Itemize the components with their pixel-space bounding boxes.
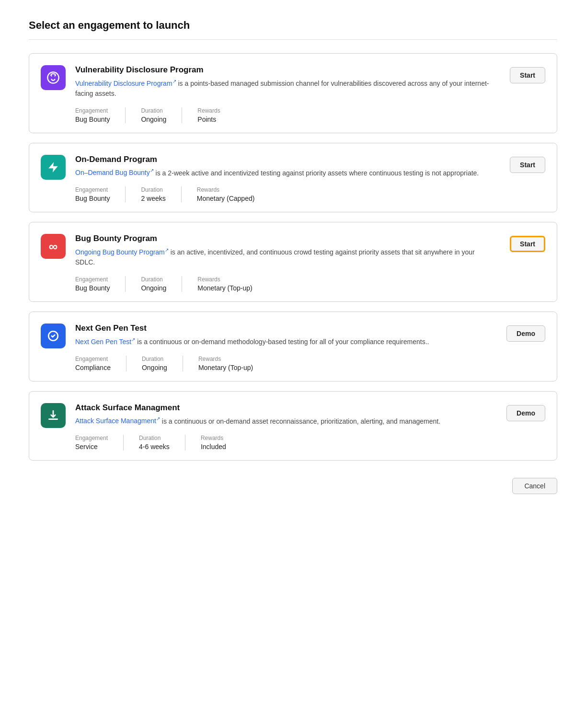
meta-duration-value-ngpt: Ongoing bbox=[142, 364, 167, 371]
card-meta-odp: EngagementBug BountyDuration2 weeksRewar… bbox=[75, 186, 493, 202]
meta-engagement-asm: EngagementService bbox=[75, 435, 124, 451]
card-action-vdp: Start bbox=[510, 65, 545, 83]
vdp-button[interactable]: Start bbox=[510, 67, 545, 83]
card-title-odp: On-Demand Program bbox=[75, 155, 493, 164]
card-title-ngpt: Next Gen Pen Test bbox=[75, 324, 489, 333]
card-action-bbp: Start bbox=[510, 234, 545, 252]
meta-duration-vdp: DurationOngoing bbox=[141, 107, 182, 123]
meta-duration-value-vdp: Ongoing bbox=[141, 116, 166, 123]
meta-rewards-label-bbp: Rewards bbox=[197, 276, 252, 283]
card-meta-asm: EngagementServiceDuration4-6 weeksReward… bbox=[75, 435, 489, 451]
meta-duration-value-odp: 2 weeks bbox=[141, 195, 165, 202]
card-meta-vdp: EngagementBug BountyDurationOngoingRewar… bbox=[75, 107, 493, 123]
meta-engagement-value-asm: Service bbox=[75, 443, 108, 451]
card-description-asm: Attack Surface Managment↗ is a continuou… bbox=[75, 416, 489, 427]
meta-duration-label-asm: Duration bbox=[139, 435, 170, 441]
card-action-ngpt: Demo bbox=[506, 324, 545, 342]
meta-duration-label-bbp: Duration bbox=[141, 276, 166, 283]
meta-rewards-odp: RewardsMonetary (Capped) bbox=[197, 186, 255, 202]
card-content-vdp: Vulnerability Disclosure ProgramVulnerab… bbox=[75, 65, 493, 123]
ngpt-button[interactable]: Demo bbox=[506, 325, 545, 342]
meta-engagement-label-asm: Engagement bbox=[75, 435, 108, 441]
checkmark-icon bbox=[41, 324, 66, 348]
meta-rewards-label-odp: Rewards bbox=[197, 186, 255, 193]
meta-engagement-vdp: EngagementBug Bounty bbox=[75, 107, 126, 123]
card-odp: On-Demand ProgramOn–Demand Bug Bounty↗ i… bbox=[29, 143, 557, 213]
meta-rewards-value-bbp: Monetary (Top-up) bbox=[197, 284, 252, 292]
meta-rewards-bbp: RewardsMonetary (Top-up) bbox=[197, 276, 252, 292]
cards-container: Vulnerability Disclosure ProgramVulnerab… bbox=[29, 53, 557, 461]
card-action-asm: Demo bbox=[506, 403, 545, 421]
meta-duration-label-odp: Duration bbox=[141, 186, 165, 193]
meta-duration-bbp: DurationOngoing bbox=[141, 276, 182, 292]
meta-engagement-label-bbp: Engagement bbox=[75, 276, 110, 283]
card-action-odp: Start bbox=[510, 155, 545, 173]
card-link-ngpt[interactable]: Next Gen Pen Test↗ bbox=[75, 338, 135, 346]
card-ngpt: Next Gen Pen TestNext Gen Pen Test↗ is a… bbox=[29, 312, 557, 381]
asm-button[interactable]: Demo bbox=[506, 405, 545, 421]
meta-engagement-value-bbp: Bug Bounty bbox=[75, 284, 110, 292]
card-link-odp[interactable]: On–Demand Bug Bounty↗ bbox=[75, 169, 154, 176]
card-asm: Attack Surface ManagmentAttack Surface M… bbox=[29, 391, 557, 461]
card-title-vdp: Vulnerability Disclosure Program bbox=[75, 65, 493, 75]
meta-engagement-odp: EngagementBug Bounty bbox=[75, 186, 126, 202]
meta-rewards-label-ngpt: Rewards bbox=[198, 356, 253, 362]
bolt-icon bbox=[41, 155, 66, 180]
card-link-bbp[interactable]: Ongoing Bug Bounty Program↗ bbox=[75, 248, 169, 256]
meta-engagement-value-ngpt: Compliance bbox=[75, 364, 111, 371]
meta-rewards-ngpt: RewardsMonetary (Top-up) bbox=[198, 356, 253, 371]
card-meta-ngpt: EngagementComplianceDurationOngoingRewar… bbox=[75, 356, 489, 371]
meta-engagement-value-odp: Bug Bounty bbox=[75, 195, 110, 202]
meta-engagement-value-vdp: Bug Bounty bbox=[75, 116, 110, 123]
meta-duration-value-asm: 4-6 weeks bbox=[139, 443, 170, 451]
meta-rewards-label-vdp: Rewards bbox=[197, 107, 220, 114]
cancel-button[interactable]: Cancel bbox=[512, 478, 557, 494]
card-title-asm: Attack Surface Managment bbox=[75, 403, 489, 413]
meta-rewards-value-odp: Monetary (Capped) bbox=[197, 195, 255, 202]
footer: Cancel bbox=[29, 478, 557, 494]
meta-engagement-label-ngpt: Engagement bbox=[75, 356, 111, 362]
meta-engagement-bbp: EngagementBug Bounty bbox=[75, 276, 126, 292]
card-content-bbp: Bug Bounty ProgramOngoing Bug Bounty Pro… bbox=[75, 234, 493, 292]
card-vdp: Vulnerability Disclosure ProgramVulnerab… bbox=[29, 53, 557, 133]
meta-duration-ngpt: DurationOngoing bbox=[142, 356, 183, 371]
meta-rewards-label-asm: Rewards bbox=[201, 435, 226, 441]
card-meta-bbp: EngagementBug BountyDurationOngoingRewar… bbox=[75, 276, 493, 292]
svg-marker-0 bbox=[48, 162, 58, 173]
card-content-odp: On-Demand ProgramOn–Demand Bug Bounty↗ i… bbox=[75, 155, 493, 203]
meta-rewards-value-ngpt: Monetary (Top-up) bbox=[198, 364, 253, 371]
meta-rewards-asm: RewardsIncluded bbox=[201, 435, 226, 451]
odp-button[interactable]: Start bbox=[510, 157, 545, 173]
meta-duration-label-ngpt: Duration bbox=[142, 356, 167, 362]
meta-engagement-ngpt: EngagementCompliance bbox=[75, 356, 126, 371]
card-description-odp: On–Demand Bug Bounty↗ is a 2-week active… bbox=[75, 167, 493, 178]
meta-engagement-label-vdp: Engagement bbox=[75, 107, 110, 114]
card-bbp: ∞Bug Bounty ProgramOngoing Bug Bounty Pr… bbox=[29, 222, 557, 302]
card-description-bbp: Ongoing Bug Bounty Program↗ is an active… bbox=[75, 246, 493, 267]
card-description-vdp: Vulnerability Disclosure Program↗ is a p… bbox=[75, 78, 493, 99]
card-content-ngpt: Next Gen Pen TestNext Gen Pen Test↗ is a… bbox=[75, 324, 489, 371]
infinity-icon: ∞ bbox=[41, 234, 66, 259]
meta-duration-asm: Duration4-6 weeks bbox=[139, 435, 185, 451]
card-description-ngpt: Next Gen Pen Test↗ is a continuous or on… bbox=[75, 336, 489, 347]
meta-duration-label-vdp: Duration bbox=[141, 107, 166, 114]
card-link-vdp[interactable]: Vulnerability Disclosure Program↗ bbox=[75, 80, 176, 87]
meta-engagement-label-odp: Engagement bbox=[75, 186, 110, 193]
card-link-asm[interactable]: Attack Surface Managment↗ bbox=[75, 417, 160, 425]
meta-duration-odp: Duration2 weeks bbox=[141, 186, 181, 202]
meta-duration-value-bbp: Ongoing bbox=[141, 284, 166, 292]
page-title: Select an engagement to launch bbox=[29, 19, 557, 40]
bug-icon bbox=[41, 65, 66, 90]
meta-rewards-value-vdp: Points bbox=[197, 116, 220, 123]
bbp-button[interactable]: Start bbox=[510, 236, 545, 252]
meta-rewards-value-asm: Included bbox=[201, 443, 226, 451]
meta-rewards-vdp: RewardsPoints bbox=[197, 107, 220, 123]
download-icon bbox=[41, 403, 66, 428]
card-content-asm: Attack Surface ManagmentAttack Surface M… bbox=[75, 403, 489, 451]
card-title-bbp: Bug Bounty Program bbox=[75, 234, 493, 243]
